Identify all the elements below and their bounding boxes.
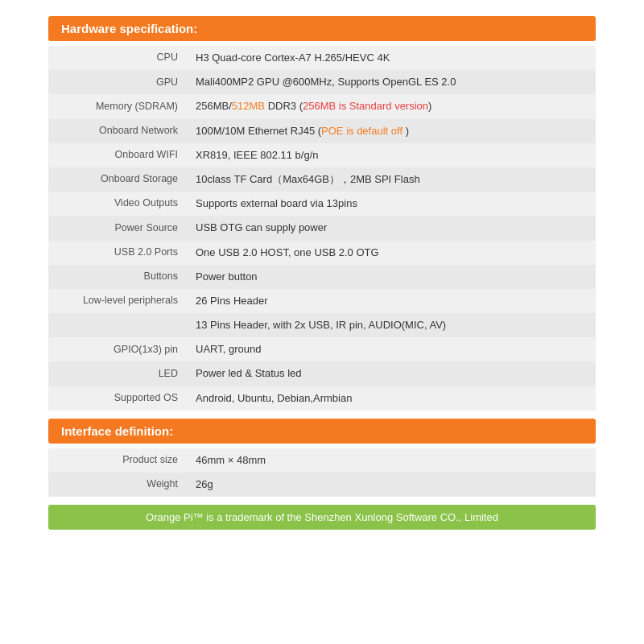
table-row: Power SourceUSB OTG can supply power <box>48 216 596 240</box>
spec-value: 100M/10M Ethernet RJ45 (POE is default o… <box>189 119 596 143</box>
table-row: Supported OSAndroid, Ubuntu, Debian,Armb… <box>48 386 596 411</box>
interface-header: Interface definition: <box>48 419 596 444</box>
table-row: ButtonsPower button <box>48 265 596 289</box>
spec-label: GPU <box>48 70 189 94</box>
spec-label: Power Source <box>48 216 189 240</box>
spec-value: 26 Pins Header <box>189 289 596 313</box>
spec-label: Supported OS <box>48 386 189 411</box>
table-row: Onboard Storage10class TF Card（Max64GB），… <box>48 167 596 192</box>
spec-label: Low-level peripherals <box>48 289 189 313</box>
table-row: USB 2.0 PortsOne USB 2.0 HOST, one USB 2… <box>48 241 596 265</box>
spec-label: Onboard Network <box>48 119 189 143</box>
hardware-spec-table: CPUH3 Quad-core Cortex-A7 H.265/HEVC 4KG… <box>48 46 596 411</box>
spec-value: XR819, IEEE 802.11 b/g/n <box>189 143 596 167</box>
interface-spec-table: Product size46mm × 48mmWeight26g <box>48 448 596 497</box>
spec-label <box>48 313 189 337</box>
table-row: GPUMali400MP2 GPU @600MHz, Supports Open… <box>48 70 596 94</box>
table-row: Low-level peripherals26 Pins Header <box>48 289 596 313</box>
spec-value: 13 Pins Header, with 2x USB, IR pin, AUD… <box>189 313 596 337</box>
table-row: CPUH3 Quad-core Cortex-A7 H.265/HEVC 4K <box>48 46 596 70</box>
spec-value: One USB 2.0 HOST, one USB 2.0 OTG <box>189 241 596 265</box>
spec-label: Onboard WIFI <box>48 143 189 167</box>
spec-label: Weight <box>48 473 189 497</box>
hardware-header: Hardware specification: <box>48 16 596 41</box>
spec-value: 10class TF Card（Max64GB），2MB SPI Flash <box>189 167 596 192</box>
table-row: Product size46mm × 48mm <box>48 448 596 473</box>
spec-value: USB OTG can supply power <box>189 216 596 240</box>
spec-label: Onboard Storage <box>48 167 189 192</box>
table-row: 13 Pins Header, with 2x USB, IR pin, AUD… <box>48 313 596 337</box>
footer-bar: Orange Pi™ is a trademark of the Shenzhe… <box>48 505 596 530</box>
spec-label: LED <box>48 361 189 386</box>
spec-label: Memory (SDRAM) <box>48 94 189 118</box>
spec-value: Android, Ubuntu, Debian,Armbian <box>189 386 596 411</box>
page: Hardware specification: CPUH3 Quad-core … <box>0 0 644 644</box>
spec-value: UART, ground <box>189 337 596 361</box>
table-row: Onboard WIFIXR819, IEEE 802.11 b/g/n <box>48 143 596 167</box>
spec-label: Buttons <box>48 265 189 289</box>
table-row: Onboard Network100M/10M Ethernet RJ45 (P… <box>48 119 596 143</box>
spec-label: USB 2.0 Ports <box>48 241 189 265</box>
table-row: LEDPower led & Status led <box>48 361 596 386</box>
spec-value: 256MB/512MB DDR3 (256MB is Standard vers… <box>189 94 596 118</box>
spec-value: 26g <box>189 473 596 497</box>
table-row: Video OutputsSupports external board via… <box>48 192 596 216</box>
spec-value: Mali400MP2 GPU @600MHz, Supports OpenGL … <box>189 70 596 94</box>
spec-value: H3 Quad-core Cortex-A7 H.265/HEVC 4K <box>189 46 596 70</box>
table-row: GPIO(1x3) pinUART, ground <box>48 337 596 361</box>
spec-value: Power led & Status led <box>189 361 596 386</box>
spec-label: Product size <box>48 448 189 473</box>
table-row: Weight26g <box>48 473 596 497</box>
table-row: Memory (SDRAM)256MB/512MB DDR3 (256MB is… <box>48 94 596 118</box>
spec-value: 46mm × 48mm <box>189 448 596 473</box>
spec-label: CPU <box>48 46 189 70</box>
spec-value: Supports external board via 13pins <box>189 192 596 216</box>
spec-value: Power button <box>189 265 596 289</box>
spec-label: Video Outputs <box>48 192 189 216</box>
spec-label: GPIO(1x3) pin <box>48 337 189 361</box>
